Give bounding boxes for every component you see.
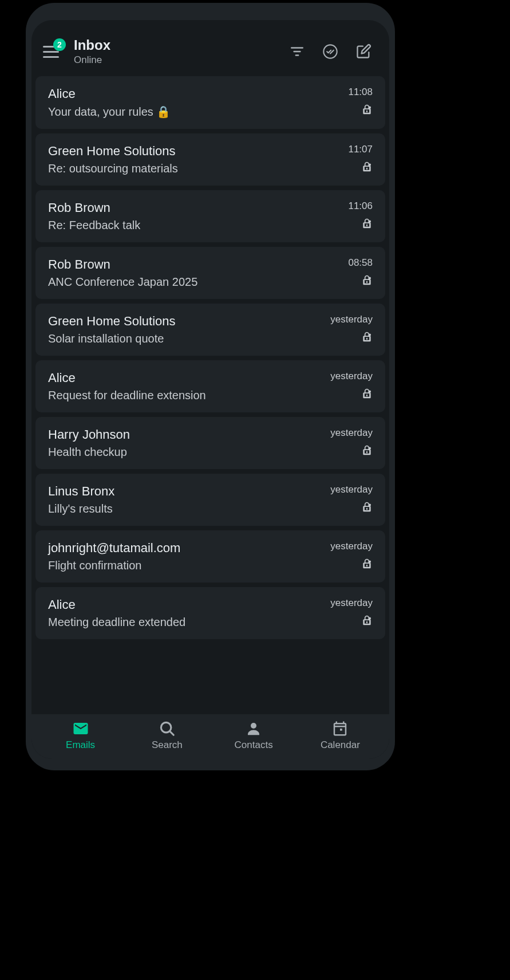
email-sender: Green Home Solutions [48,144,321,159]
email-row[interactable]: Rob Brown ANC Conference Japan 2025 08:5… [35,247,385,299]
email-sender: Alice [48,371,321,385]
email-subject: Health checkup [48,446,321,459]
email-content: johnright@tutamail.com Flight confirmati… [48,541,321,572]
email-sender: Alice [48,86,321,101]
email-subject: Flight confirmation [48,559,321,572]
encryption-icon [361,501,373,515]
email-content: Alice Your data, your rules 🔒 [48,86,321,119]
email-time: 11:08 [348,86,373,98]
app-header: 2 Inbox Online [31,20,389,76]
email-subject: Solar installation quote [48,332,321,345]
hamburger-line [43,56,59,58]
encryption-icon [361,161,373,175]
email-time: yesterday [330,541,373,552]
encryption-icon [361,444,373,458]
email-time: yesterday [330,484,373,495]
email-time: yesterday [330,427,373,439]
email-meta: yesterday [321,314,373,345]
email-time: 11:07 [348,144,373,155]
svg-point-6 [369,221,371,223]
header-actions [288,43,372,60]
menu-button[interactable]: 2 [43,43,64,60]
email-meta: 11:06 [321,200,373,232]
email-subject: ANC Conference Japan 2025 [48,275,321,289]
filter-button[interactable] [288,43,306,60]
email-subject: Re: outsourcing materials [48,162,321,175]
email-time: 11:06 [348,200,373,212]
email-sender: Green Home Solutions [48,314,321,329]
email-row[interactable]: Rob Brown Re: Feedback talk 11:06 [35,190,385,242]
online-status: Online [74,54,284,66]
filter-icon [290,44,305,59]
email-sender: Alice [48,597,321,612]
email-subject: Your data, your rules 🔒 [48,105,321,119]
email-row[interactable]: Linus Bronx Lilly's results yesterday [35,474,385,526]
encryption-icon [361,274,373,288]
email-row[interactable]: Harry Johnson Health checkup yesterday [35,417,385,469]
encryption-icon [361,558,373,572]
email-row[interactable]: johnright@tutamail.com Flight confirmati… [35,530,385,583]
nav-label: Calendar [321,739,360,751]
encryption-icon [361,218,373,231]
email-meta: yesterday [321,427,373,459]
nav-search[interactable]: Search [124,720,210,751]
email-row[interactable]: Green Home Solutions Solar installation … [35,304,385,356]
nav-label: Contacts [235,739,273,751]
email-time: yesterday [330,314,373,325]
check-circle-icon [322,44,338,60]
email-sender: Rob Brown [48,200,321,215]
email-content: Alice Request for deadline extension [48,371,321,402]
nav-contacts[interactable]: Contacts [211,720,297,751]
encryption-icon [361,331,373,345]
phone-frame: 2 Inbox Online [26,3,395,770]
svg-point-13 [369,617,371,620]
calendar-icon [331,720,349,737]
compose-button[interactable] [355,43,372,60]
email-sender: Harry Johnson [48,427,321,442]
svg-point-5 [369,164,371,166]
svg-line-15 [170,731,174,735]
svg-point-4 [369,107,371,109]
compose-icon [355,44,371,60]
email-time: yesterday [330,597,373,609]
encryption-icon [361,104,373,117]
phone-screen: 2 Inbox Online [31,20,389,759]
email-content: Alice Meeting deadline extended [48,597,321,629]
email-meta: 11:07 [321,144,373,175]
svg-point-11 [369,504,371,506]
nav-calendar[interactable]: Calendar [297,720,384,751]
email-row[interactable]: Alice Meeting deadline extended yesterda… [35,587,385,639]
email-content: Linus Bronx Lilly's results [48,484,321,515]
email-meta: yesterday [321,541,373,572]
encryption-icon [361,615,373,628]
svg-point-16 [251,723,256,729]
nav-emails[interactable]: Emails [37,720,124,751]
email-meta: 08:58 [321,257,373,289]
email-row[interactable]: Alice Your data, your rules 🔒 11:08 [35,76,385,129]
email-row[interactable]: Green Home Solutions Re: outsourcing mat… [35,133,385,186]
email-content: Harry Johnson Health checkup [48,427,321,459]
header-title-block: Inbox Online [74,37,284,66]
email-meta: yesterday [321,484,373,515]
page-title: Inbox [74,37,284,53]
email-subject: Request for deadline extension [48,389,321,402]
bottom-nav: Emails Search Contacts [31,714,389,759]
email-time: yesterday [330,371,373,382]
email-list[interactable]: Alice Your data, your rules 🔒 11:08 Gree… [31,76,389,714]
encryption-icon [361,388,373,402]
svg-point-10 [369,447,371,450]
email-content: Rob Brown Re: Feedback talk [48,200,321,232]
email-sender: johnright@tutamail.com [48,541,321,556]
svg-point-8 [369,334,371,336]
search-icon [159,720,176,737]
unread-badge: 2 [53,38,66,51]
email-row[interactable]: Alice Request for deadline extension yes… [35,360,385,412]
email-meta: 11:08 [321,86,373,119]
email-time: 08:58 [348,257,373,269]
email-sender: Rob Brown [48,257,321,272]
hamburger-line [43,51,59,53]
mark-read-button[interactable] [322,43,339,60]
svg-point-12 [369,561,371,563]
emails-icon [72,720,89,737]
svg-point-9 [369,391,371,393]
